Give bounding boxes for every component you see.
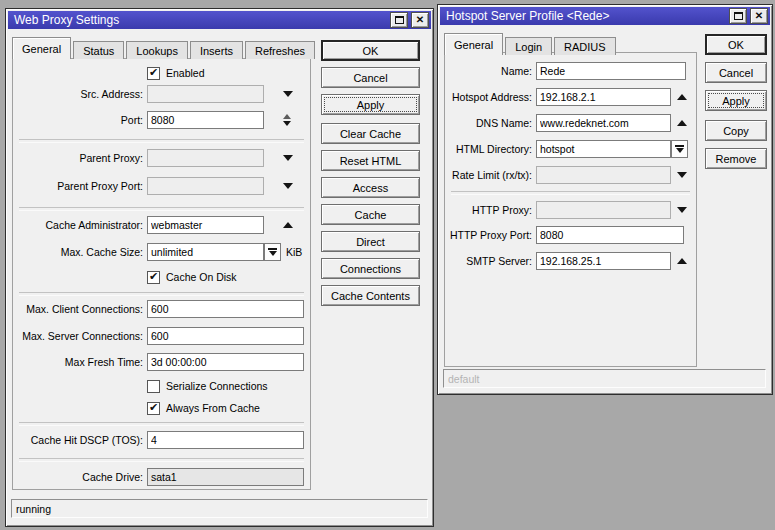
http-proxy-dropdown[interactable] — [677, 207, 687, 213]
maximize-button[interactable] — [390, 12, 408, 28]
chevron-up-icon — [283, 222, 293, 228]
parent-proxy-label: Parent Proxy: — [13, 152, 147, 164]
smtp-server-input[interactable] — [536, 252, 671, 270]
html-directory-input[interactable] — [536, 140, 671, 158]
name-input[interactable] — [536, 62, 686, 80]
http-proxy-port-row: HTTP Proxy Port: — [445, 226, 696, 244]
close-icon: ✕ — [416, 15, 424, 25]
cache-administrator-collapse[interactable] — [283, 222, 293, 228]
dns-name-row: DNS Name: — [445, 114, 696, 132]
cache-administrator-input[interactable] — [147, 216, 264, 234]
cache-hit-dscp-input[interactable] — [147, 431, 304, 449]
cancel-button[interactable]: Cancel — [321, 67, 420, 88]
ok-button[interactable]: OK — [321, 40, 420, 61]
rate-limit-dropdown[interactable] — [677, 172, 687, 178]
separator — [19, 292, 304, 296]
src-address-dropdown[interactable] — [283, 91, 293, 97]
max-cache-size-input[interactable] — [147, 243, 264, 261]
always-from-cache-checkbox[interactable] — [147, 402, 160, 415]
reset-html-button[interactable]: Reset HTML — [321, 150, 420, 171]
cache-on-disk-checkbox[interactable] — [147, 271, 160, 284]
access-button[interactable]: Access — [321, 177, 420, 198]
hotspot-address-row: Hotspot Address: — [445, 88, 696, 106]
max-server-connections-input[interactable] — [147, 327, 304, 345]
html-directory-label: HTML Directory: — [445, 143, 536, 155]
max-client-connections-row: Max. Client Connections: — [13, 300, 310, 318]
parent-proxy-dropdown[interactable] — [283, 155, 293, 161]
http-proxy-port-input[interactable] — [536, 226, 684, 244]
direct-button[interactable]: Direct — [321, 231, 420, 252]
enabled-row: Enabled — [147, 65, 310, 81]
serialize-connections-checkbox[interactable] — [147, 380, 160, 393]
chevron-up-icon — [677, 120, 687, 126]
max-client-connections-input[interactable] — [147, 300, 304, 318]
cache-drive-label: Cache Drive: — [13, 471, 147, 483]
tab-refreshes[interactable]: Refreshes — [245, 41, 315, 59]
general-tab-panel: Name: Hotspot Address: DNS Name: HTML Di… — [444, 52, 697, 367]
hotspot-address-collapse[interactable] — [677, 94, 687, 100]
cache-contents-button[interactable]: Cache Contents — [321, 285, 420, 306]
titlebar[interactable]: Web Proxy Settings ✕ — [8, 11, 431, 29]
status-bar: running — [11, 499, 428, 518]
separator — [451, 191, 690, 195]
cache-on-disk-row: Cache On Disk — [147, 269, 310, 285]
chevron-up-icon — [677, 258, 687, 264]
parent-proxy-combo[interactable] — [147, 149, 264, 167]
cache-on-disk-label: Cache On Disk — [166, 271, 237, 283]
dropdown-list-icon — [675, 145, 684, 147]
cache-button[interactable]: Cache — [321, 204, 420, 225]
chevron-up-icon — [677, 94, 687, 100]
port-row: Port: — [13, 111, 310, 129]
smtp-server-row: SMTP Server: — [445, 252, 696, 270]
tab-status[interactable]: Status — [73, 41, 124, 59]
copy-button[interactable]: Copy — [705, 120, 767, 141]
apply-button[interactable]: Apply — [321, 94, 420, 115]
separator — [19, 207, 304, 211]
http-proxy-combo[interactable] — [536, 201, 671, 219]
max-cache-size-list-button[interactable] — [264, 243, 281, 261]
close-button[interactable]: ✕ — [750, 8, 768, 24]
serialize-connections-label: Serialize Connections — [166, 380, 268, 392]
port-label: Port: — [13, 114, 147, 126]
titlebar[interactable]: Hotspot Server Profile <Rede> ✕ — [440, 7, 770, 25]
parent-proxy-port-row: Parent Proxy Port: — [13, 177, 310, 195]
connections-button[interactable]: Connections — [321, 258, 420, 279]
rate-limit-combo[interactable] — [536, 166, 671, 184]
max-fresh-time-input[interactable] — [147, 353, 304, 371]
ok-button[interactable]: OK — [705, 34, 767, 55]
serialize-connections-row: Serialize Connections — [147, 378, 310, 394]
enabled-checkbox[interactable] — [147, 67, 160, 80]
src-address-combo[interactable] — [147, 85, 264, 103]
tab-inserts[interactable]: Inserts — [190, 41, 243, 59]
cache-hit-dscp-row: Cache Hit DSCP (TOS): — [13, 431, 310, 449]
apply-button[interactable]: Apply — [705, 90, 767, 111]
tab-lookups[interactable]: Lookups — [126, 41, 188, 59]
port-input[interactable] — [147, 111, 264, 129]
clear-cache-button[interactable]: Clear Cache — [321, 123, 420, 144]
tab-login[interactable]: Login — [505, 37, 552, 55]
html-directory-list-button[interactable] — [671, 140, 688, 158]
hotspot-address-input[interactable] — [536, 88, 671, 106]
rate-limit-row: Rate Limit (rx/tx): — [445, 166, 696, 184]
remove-button[interactable]: Remove — [705, 148, 767, 169]
chevron-down-icon — [677, 172, 687, 178]
chevron-down-icon — [676, 148, 684, 153]
rate-limit-label: Rate Limit (rx/tx): — [445, 169, 536, 181]
maximize-button[interactable] — [729, 8, 747, 24]
dns-name-collapse[interactable] — [677, 120, 687, 126]
dns-name-input[interactable] — [536, 114, 671, 132]
close-button[interactable]: ✕ — [411, 12, 429, 28]
smtp-server-collapse[interactable] — [677, 258, 687, 264]
close-icon: ✕ — [755, 11, 763, 21]
parent-proxy-port-combo[interactable] — [147, 177, 264, 195]
spinner-down-icon — [283, 121, 291, 126]
tab-radius[interactable]: RADIUS — [554, 37, 616, 55]
separator — [19, 139, 304, 143]
tab-general[interactable]: General — [12, 37, 71, 59]
hotspot-server-profile-window: Hotspot Server Profile <Rede> ✕ General … — [437, 4, 773, 395]
chevron-down-icon — [677, 207, 687, 213]
tab-general[interactable]: General — [444, 33, 503, 55]
port-spinner[interactable] — [283, 114, 291, 126]
parent-proxy-port-dropdown[interactable] — [283, 183, 293, 189]
cancel-button[interactable]: Cancel — [705, 62, 767, 83]
